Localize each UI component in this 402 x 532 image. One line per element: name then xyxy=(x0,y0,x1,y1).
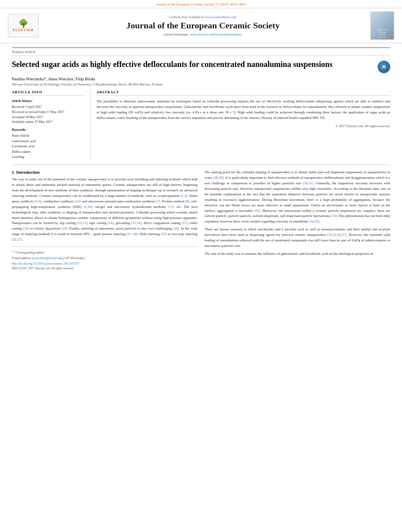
keyword-5: Leaching xyxy=(12,154,86,160)
elsevier-logo-container: 🌳 ELSEVIER xyxy=(8,14,43,37)
ref-34-35: [34,35] xyxy=(309,219,319,223)
journal-homepage-line: journal homepage: www.elsevier.com/locat… xyxy=(47,32,359,36)
body-right-column: The starting point for the colloidal sha… xyxy=(205,170,390,270)
ref-7: [7] xyxy=(156,199,160,203)
body-left-column: 1. Introduction The way to make use of t… xyxy=(12,170,197,270)
received-revised-date: Received in revised form 17 May 2017 xyxy=(12,109,86,115)
ref-21-24: [21–24] xyxy=(127,232,138,236)
doi-line: http://dx.doi.org/10.1016/j.jeurceramsoc… xyxy=(12,262,197,265)
section1-heading: 1. Introduction xyxy=(12,170,197,174)
ref-25: [25] xyxy=(161,232,167,236)
email-label: E-mail address: xyxy=(12,256,32,260)
paper-title: Selected sugar acids as highly effective… xyxy=(12,59,374,69)
ref-15-16: [15,16] xyxy=(131,221,141,225)
intro-paragraph-1: The way to make use of the potential of … xyxy=(12,177,197,243)
intro-paragraph-4: The aim of the study was to examine the … xyxy=(205,251,390,257)
abstract-panel: ABSTRACT The possibility to fabricate na… xyxy=(97,90,390,160)
keyword-4: Deflocculants xyxy=(12,149,86,155)
elsevier-tree-icon: 🌳 xyxy=(19,19,28,27)
journal-ref-text: Journal of the European Ceramic Society … xyxy=(156,2,246,6)
section-divider xyxy=(12,165,390,165)
article-history-label: Article history: xyxy=(12,99,86,103)
crossmark-icon: ✕ xyxy=(382,64,386,70)
ref-9-10: [9,10] xyxy=(84,205,92,209)
ref-30-31: [30,31] xyxy=(303,181,313,185)
authors-text: Paulina Wiecinska*, Anna Wieclaw, Filip … xyxy=(12,76,95,81)
ref-28-29: [28,29] xyxy=(213,176,223,180)
abstract-heading: ABSTRACT xyxy=(97,90,390,96)
email-paren: (P. Wiecinska). xyxy=(66,256,85,260)
corresponding-note: * * Corresponding author. xyxy=(12,249,197,255)
intro-paragraph-2: The starting point for the colloidal sha… xyxy=(205,170,390,224)
journal-header-center: Contents lists available at www.scienced… xyxy=(43,15,363,36)
ref-26-27: [26,27] xyxy=(12,237,22,241)
ref-14: [14] xyxy=(108,221,114,225)
paper-title-section: Selected sugar acids as highly effective… xyxy=(12,59,390,73)
ref-32: [32] xyxy=(254,209,260,213)
keyword-1: Nano-Al₂O₃ xyxy=(12,133,86,139)
abstract-text: The possibility to fabricate nanoceramic… xyxy=(97,99,390,121)
ref-5-6: [5,6] xyxy=(74,199,81,203)
journal-thumbnail: Journal of theEuropeanCeramicSociety xyxy=(370,11,394,40)
ref-3-4: [3,4] xyxy=(34,199,41,203)
ref-11: [11] xyxy=(168,205,174,209)
article-info-abstract-row: ARTICLE INFO Article history: Received 3… xyxy=(12,90,390,160)
main-content: Feature article Selected sugar acids as … xyxy=(0,43,402,274)
journal-thumbnail-container: Journal of theEuropeanCeramicSociety xyxy=(363,11,394,40)
doi-link[interactable]: http://dx.doi.org/10.1016/j.jeurceramsoc… xyxy=(12,262,79,265)
received-date: Received 3 April 2017 xyxy=(12,104,86,109)
available-online-date: Available online 25 May 2017 xyxy=(12,119,86,124)
intro-paragraph-3: There are known research in which saccha… xyxy=(205,227,390,249)
authors-line: Paulina Wiecinska*, Anna Wieclaw, Filip … xyxy=(12,76,390,81)
elsevier-logo-box: 🌳 ELSEVIER xyxy=(8,14,39,37)
homepage-note: journal homepage: xyxy=(164,32,189,36)
contents-note: Contents lists available at xyxy=(169,15,204,19)
journal-header: 🌳 ELSEVIER Contents lists available at w… xyxy=(0,8,402,43)
email-link[interactable]: pwiecinska@ch.pw.edu.pl xyxy=(32,256,65,260)
ref-20: [20] xyxy=(173,226,179,230)
ref-18: [18] xyxy=(23,226,29,230)
journal-title: Journal of the European Ceramic Society xyxy=(47,20,359,31)
footnotes: * * Corresponding author. E-mail address… xyxy=(12,247,197,270)
sciencedirect-link[interactable]: www.sciencedirect.com xyxy=(205,15,236,19)
ref-32-33-36-37: [32,33,36,37] xyxy=(327,233,346,237)
issn-line: 0955-2219/© 2017 Elsevier Ltd. All right… xyxy=(12,267,197,270)
ref-1-2: [1,2] xyxy=(181,194,187,198)
sciencedirect-link-line: Contents lists available at www.scienced… xyxy=(47,15,359,19)
crossmark-badge[interactable]: ✕ xyxy=(378,61,390,73)
thumbnail-text: Journal of theEuropeanCeramicSociety xyxy=(377,29,388,38)
journal-reference-bar: Journal of the European Ceramic Society … xyxy=(0,0,402,8)
ref-8: [8] xyxy=(185,199,190,203)
elsevier-brand-text: ELSEVIER xyxy=(13,28,34,32)
ref-33: [33] xyxy=(331,214,337,218)
feature-article-label: Feature article xyxy=(12,47,390,56)
journal-homepage-link[interactable]: www.elsevier.com/locate/jeurceramsoc xyxy=(190,32,242,36)
article-info-panel: ARTICLE INFO Article history: Received 3… xyxy=(12,90,91,160)
accepted-date: Accepted 18 May 2017 xyxy=(12,115,86,120)
body-columns: 1. Introduction The way to make use of t… xyxy=(12,170,390,270)
ref-17: [17] xyxy=(182,221,188,225)
ref-12-13: [12,13] xyxy=(77,221,87,225)
keywords-label: Keywords: xyxy=(12,128,86,132)
copyright-line: © 2017 Elsevier Ltd. All rights reserved… xyxy=(97,124,390,128)
ref-19: [19] xyxy=(61,226,67,230)
keyword-3: Lactobionic acid xyxy=(12,144,86,149)
article-info-heading: ARTICLE INFO xyxy=(12,90,86,96)
affiliation-line: Warsaw University of Technology, Faculty… xyxy=(12,82,390,86)
keywords-list: Nano-Al₂O₃ Galacturonic acid Lactobionic… xyxy=(12,133,86,160)
email-footnote: E-mail address: pwiecinska@ch.pw.edu.pl … xyxy=(12,256,197,261)
keyword-2: Galacturonic acid xyxy=(12,139,86,144)
